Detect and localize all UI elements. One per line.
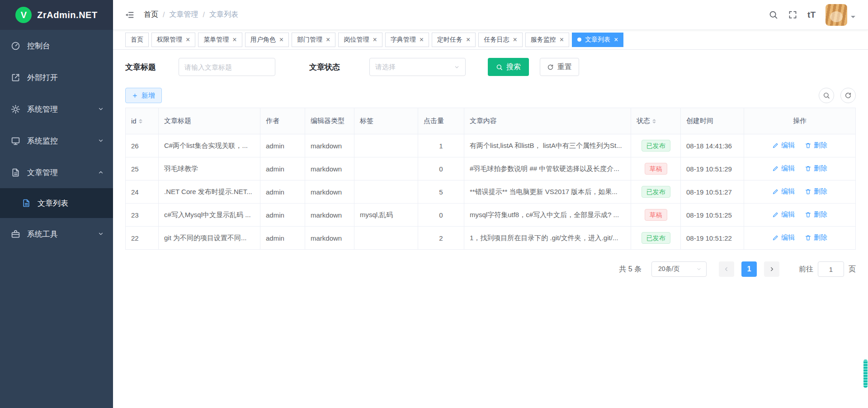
tab-cron[interactable]: 定时任务×	[432, 33, 476, 47]
cell-title: git 为不同的项目设置不同...	[159, 227, 260, 250]
edit-button[interactable]: 编辑	[772, 141, 795, 150]
chevron-right-icon	[769, 266, 775, 272]
toggle-search-button[interactable]	[819, 88, 834, 103]
search-button[interactable]	[769, 10, 778, 19]
font-size-button[interactable]: tT	[807, 10, 816, 20]
edit-button[interactable]: 编辑	[772, 164, 795, 173]
table-row: 25 羽毛球教学 admin markdown 0 #羽毛球拍参数说明 ## 中…	[126, 157, 856, 180]
tab-close-icon[interactable]: ×	[560, 36, 564, 43]
cell-content: mysql字符集utf8，c#写入中文后，全部显示成? ...	[464, 204, 631, 227]
scrollbar-thumb[interactable]	[863, 360, 868, 388]
chevron-left-icon	[723, 266, 730, 272]
fullscreen-button[interactable]	[788, 10, 797, 19]
sidebar-item-system-monitor[interactable]: 系统监控	[0, 125, 113, 157]
tab-permission[interactable]: 权限管理×	[151, 33, 195, 47]
delete-button[interactable]: 删除	[805, 141, 827, 150]
sidebar-item-article-admin[interactable]: 文章管理	[0, 157, 113, 188]
article-status-select[interactable]: 请选择	[369, 58, 466, 76]
tab-close-icon[interactable]: ×	[232, 36, 236, 43]
column-header-content: 文章内容	[464, 108, 631, 134]
sidebar-item-article-list[interactable]: 文章列表	[0, 188, 113, 218]
delete-button[interactable]: 删除	[805, 164, 827, 173]
delete-button[interactable]: 删除	[805, 210, 827, 219]
sidebar-collapse-button[interactable]	[125, 10, 135, 20]
tab-close-icon[interactable]: ×	[373, 36, 377, 43]
refresh-table-button[interactable]	[840, 88, 856, 103]
cell-tags	[354, 134, 418, 157]
cell-created: 08-19 10:51:25	[681, 204, 744, 227]
cell-clicks: 5	[418, 180, 464, 204]
reset-button[interactable]: 重置	[540, 58, 579, 76]
plus-icon	[132, 93, 138, 99]
table-row: 24 .NET Core 发布时提示.NET... admin markdown…	[126, 180, 856, 204]
pagination-total: 共 5 条	[619, 265, 642, 274]
tab-close-icon[interactable]: ×	[186, 36, 190, 43]
tab-task-log[interactable]: 任务日志×	[478, 33, 522, 47]
tab-close-icon[interactable]: ×	[420, 36, 424, 43]
tab-dict[interactable]: 字典管理×	[385, 33, 429, 47]
tab-menu[interactable]: 菜单管理×	[198, 33, 242, 47]
tab-close-icon[interactable]: ×	[279, 36, 283, 43]
app-logo[interactable]: V ZrAdmin.NET	[0, 0, 113, 30]
cell-content: **错误提示** 当电脑更新 VS2017 版本后，如果...	[464, 180, 631, 204]
chevron-down-icon	[98, 106, 104, 112]
next-page-button[interactable]	[764, 261, 779, 277]
cell-title: C#两个list集合实现关联，...	[159, 134, 260, 157]
tab-service-monitor[interactable]: 服务监控×	[525, 33, 569, 47]
table-header-row: id 文章标题 作者 编辑器类型 标签 点击量 文章内容 状态 创建时间 操作	[126, 108, 856, 134]
delete-button[interactable]: 删除	[805, 187, 827, 196]
breadcrumb-article-admin[interactable]: 文章管理	[169, 10, 198, 19]
sidebar-item-external[interactable]: 外部打开	[0, 62, 113, 93]
sidebar-item-dashboard[interactable]: 控制台	[0, 30, 113, 62]
sidebar-item-system-admin[interactable]: 系统管理	[0, 93, 113, 125]
avatar[interactable]	[826, 4, 847, 26]
table-toolbar-right	[819, 88, 856, 103]
tab-close-icon[interactable]: ×	[466, 36, 470, 43]
sort-icon[interactable]	[139, 117, 142, 125]
pencil-icon	[772, 211, 779, 218]
page-size-select[interactable]: 20条/页	[651, 261, 707, 277]
cell-content: 有两个list,listA 和listB， listA中有三个属性列为St...	[464, 134, 631, 157]
cell-clicks: 0	[418, 157, 464, 180]
prev-page-button[interactable]	[719, 261, 734, 277]
tab-close-icon[interactable]: ×	[326, 36, 330, 43]
breadcrumb-separator: /	[163, 11, 165, 19]
sort-icon[interactable]	[652, 117, 656, 125]
sidebar-item-system-tools[interactable]: 系统工具	[0, 218, 113, 250]
cell-status: 已发布	[631, 134, 681, 157]
column-header-id[interactable]: id	[126, 108, 159, 134]
tab-home[interactable]: 首页	[125, 33, 149, 47]
article-title-input[interactable]	[179, 58, 275, 76]
page-number-1[interactable]: 1	[741, 261, 757, 277]
edit-button[interactable]: 编辑	[772, 210, 795, 219]
tab-article-list[interactable]: 文章列表×	[572, 33, 623, 47]
delete-button[interactable]: 删除	[805, 233, 827, 242]
table-row: 26 C#两个list集合实现关联，... admin markdown 1 有…	[126, 134, 856, 157]
cell-created: 08-19 10:51:29	[681, 157, 744, 180]
trash-icon	[805, 234, 811, 241]
table-row: 23 c#写入Mysql中文显示乱码 ... admin markdown my…	[126, 204, 856, 227]
search-submit-button[interactable]: 搜索	[488, 58, 529, 76]
logo-letter: V	[21, 10, 27, 20]
cell-editor: markdown	[305, 157, 354, 180]
tab-user-role[interactable]: 用户角色×	[245, 33, 289, 47]
tab-close-icon[interactable]: ×	[614, 36, 618, 43]
column-header-status[interactable]: 状态	[631, 108, 681, 134]
edit-button[interactable]: 编辑	[772, 187, 795, 196]
cell-content: #羽毛球拍参数说明 ## 中管软硬选择以及长度介...	[464, 157, 631, 180]
avatar-caret-down-icon[interactable]	[851, 16, 855, 20]
tab-post[interactable]: 岗位管理×	[338, 33, 382, 47]
tab-department[interactable]: 部门管理×	[292, 33, 335, 47]
cell-created: 08-19 10:51:22	[681, 227, 744, 250]
add-button[interactable]: 新增	[125, 88, 162, 103]
goto-page-input[interactable]	[818, 261, 844, 277]
breadcrumb-home[interactable]: 首页	[144, 10, 158, 19]
cell-created: 08-18 14:41:36	[681, 134, 744, 157]
edit-button[interactable]: 编辑	[772, 233, 795, 242]
tab-close-icon[interactable]: ×	[513, 36, 517, 43]
cell-id: 23	[126, 204, 159, 227]
refresh-icon	[547, 64, 554, 71]
cell-status: 草稿	[631, 204, 681, 227]
pencil-icon	[772, 234, 779, 241]
breadcrumb-separator: /	[203, 11, 204, 19]
